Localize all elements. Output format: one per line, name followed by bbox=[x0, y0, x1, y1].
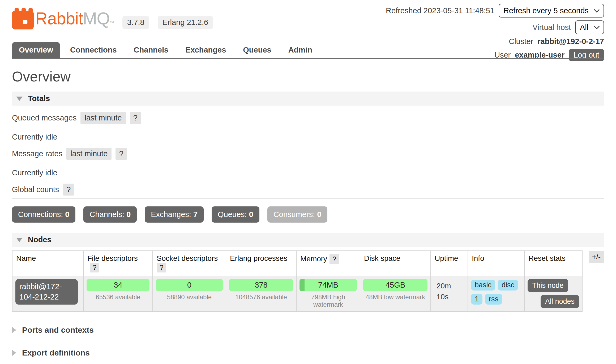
erlang-processes-cell: 378 1048576 available bbox=[226, 276, 296, 311]
trademark-symbol: ™ bbox=[110, 20, 114, 25]
global-counts-label: Global counts bbox=[12, 185, 59, 194]
memory-bar: 74MB bbox=[300, 279, 357, 291]
queued-messages-filter[interactable]: last minute bbox=[80, 112, 126, 124]
vhost-select[interactable]: All bbox=[575, 20, 604, 34]
tab-connections[interactable]: Connections bbox=[63, 42, 124, 58]
queued-messages-header: Queued messages last minute ? bbox=[12, 112, 604, 127]
ports-and-contexts-section[interactable]: Ports and contexts bbox=[12, 326, 604, 335]
queued-messages-help-icon[interactable]: ? bbox=[130, 112, 141, 124]
socket-descriptors-cell: 0 58890 available bbox=[153, 276, 226, 311]
totals-section-header[interactable]: Totals bbox=[12, 92, 604, 106]
memory-bar-used-fill bbox=[300, 279, 305, 291]
channels-value: 0 bbox=[126, 210, 131, 219]
refresh-interval-select[interactable]: Refresh every 5 seconds bbox=[499, 4, 604, 18]
socket-descriptors-bar: 0 bbox=[156, 279, 223, 291]
info-tag-basic: basic bbox=[471, 280, 495, 291]
queued-messages-status: Currently idle bbox=[12, 133, 604, 141]
queues-value: 0 bbox=[249, 210, 253, 219]
nodes-section-header[interactable]: Nodes bbox=[12, 233, 604, 247]
node-name-link[interactable]: rabbit@172-104-212-22 bbox=[15, 279, 78, 305]
expand-triangle-icon bbox=[12, 350, 16, 356]
main-nav-tabs: Overview Connections Channels Exchanges … bbox=[12, 42, 604, 59]
export-definitions-title: Export definitions bbox=[22, 348, 90, 357]
disk-space-bar: 45GB bbox=[363, 279, 427, 291]
refresh-row: Refreshed 2023-05-31 11:48:51 Refresh ev… bbox=[386, 4, 604, 18]
memory-help-icon[interactable]: ? bbox=[330, 254, 339, 264]
queued-messages-label: Queued messages bbox=[12, 114, 76, 122]
col-socket-descriptors: Socket descriptors ? bbox=[153, 251, 226, 276]
refreshed-timestamp: Refreshed 2023-05-31 11:48:51 bbox=[386, 6, 494, 15]
socket-descriptors-help-icon[interactable]: ? bbox=[157, 263, 166, 272]
global-counts-help-icon[interactable]: ? bbox=[63, 184, 74, 196]
socket-descriptors-detail: 58890 available bbox=[156, 293, 223, 301]
exchanges-label: Exchanges: bbox=[151, 210, 191, 219]
memory-detail: 798MB high watermark bbox=[300, 293, 357, 308]
message-rates-filter[interactable]: last minute bbox=[66, 148, 112, 160]
brand-mq: MQ bbox=[83, 9, 110, 28]
consumers-value: 0 bbox=[317, 210, 321, 219]
erlang-version-badge: Erlang 21.2.6 bbox=[158, 16, 213, 29]
file-descriptors-detail: 65536 available bbox=[87, 293, 149, 301]
tab-admin[interactable]: Admin bbox=[281, 42, 319, 58]
consumers-count-button[interactable]: Consumers: 0 bbox=[267, 206, 328, 223]
expand-triangle-icon bbox=[12, 327, 16, 333]
vhost-label: Virtual host bbox=[532, 23, 571, 32]
tab-queues[interactable]: Queues bbox=[236, 42, 278, 58]
file-descriptors-bar: 34 bbox=[87, 279, 149, 291]
file-descriptors-help-icon[interactable]: ? bbox=[90, 263, 99, 272]
nodes-table: Name File descriptors? Socket descriptor… bbox=[12, 250, 583, 312]
disk-space-cell: 45GB 48MB low watermark bbox=[360, 276, 431, 311]
tab-overview[interactable]: Overview bbox=[12, 42, 60, 58]
vhost-row: Virtual host All bbox=[532, 20, 604, 34]
uptime-minutes: 20m bbox=[437, 281, 462, 292]
tab-exchanges[interactable]: Exchanges bbox=[178, 42, 233, 58]
collapse-triangle-icon bbox=[16, 97, 23, 101]
reset-stats-cell: This node All nodes bbox=[524, 276, 582, 311]
erlang-processes-detail: 1048576 available bbox=[229, 293, 293, 301]
ports-and-contexts-title: Ports and contexts bbox=[22, 326, 94, 335]
column-selector-button[interactable]: +/- bbox=[589, 251, 604, 263]
uptime-cell: 20m10s bbox=[431, 276, 468, 311]
memory-cell: 74MB 798MB high watermark bbox=[296, 276, 360, 311]
tab-channels[interactable]: Channels bbox=[127, 42, 176, 58]
consumers-label: Consumers: bbox=[273, 210, 315, 219]
message-rates-header: Message rates last minute ? bbox=[12, 148, 604, 163]
uptime-seconds: 10s bbox=[437, 292, 462, 302]
collapse-triangle-icon bbox=[16, 238, 23, 242]
message-rates-label: Message rates bbox=[12, 149, 62, 158]
info-tag-disc: disc bbox=[498, 280, 518, 291]
refresh-select-wrap: Refresh every 5 seconds bbox=[499, 4, 604, 18]
logo-area: RabbitMQ™ 3.7.8 Erlang 21.2.6 bbox=[12, 7, 213, 30]
channels-count-button[interactable]: Channels: 0 bbox=[83, 206, 137, 223]
col-info: Info bbox=[468, 251, 524, 276]
message-rates-status: Currently idle bbox=[12, 168, 604, 177]
exchanges-value: 7 bbox=[193, 210, 198, 219]
channels-label: Channels: bbox=[89, 210, 124, 219]
connections-count-button[interactable]: Connections: 0 bbox=[12, 206, 75, 223]
info-tag-rss: rss bbox=[485, 294, 502, 305]
exchanges-count-button[interactable]: Exchanges: 7 bbox=[145, 206, 204, 223]
file-descriptors-cell: 34 65536 available bbox=[83, 276, 153, 311]
vhost-select-wrap: All bbox=[575, 20, 604, 34]
brand-rabbit: Rabbit bbox=[35, 9, 83, 28]
node-name-cell: rabbit@172-104-212-22 bbox=[12, 276, 83, 311]
reset-all-nodes-button[interactable]: All nodes bbox=[541, 295, 579, 308]
col-memory: Memory? bbox=[296, 251, 360, 276]
message-rates-help-icon[interactable]: ? bbox=[115, 148, 127, 160]
rabbitmq-logo[interactable]: RabbitMQ™ bbox=[12, 7, 114, 30]
rabbit-icon bbox=[12, 7, 34, 30]
nodes-section-title: Nodes bbox=[28, 235, 52, 244]
nodes-table-wrap: Name File descriptors? Socket descriptor… bbox=[12, 250, 604, 312]
global-counts-header: Global counts ? bbox=[12, 184, 604, 199]
rabbitmq-management-page: RabbitMQ™ 3.7.8 Erlang 21.2.6 Refreshed … bbox=[0, 0, 616, 364]
col-file-descriptors: File descriptors? bbox=[83, 251, 153, 276]
col-erlang-processes: Erlang processes bbox=[226, 251, 296, 276]
disk-space-detail: 48MB low watermark bbox=[363, 293, 427, 301]
export-definitions-section[interactable]: Export definitions bbox=[12, 348, 604, 357]
col-name: Name bbox=[12, 251, 83, 276]
queues-count-button[interactable]: Queues: 0 bbox=[212, 206, 259, 223]
reset-this-node-button[interactable]: This node bbox=[528, 279, 568, 292]
erlang-processes-bar: 378 bbox=[229, 279, 293, 291]
info-tag-1: 1 bbox=[471, 294, 482, 305]
header: RabbitMQ™ 3.7.8 Erlang 21.2.6 Refreshed … bbox=[12, 0, 604, 59]
